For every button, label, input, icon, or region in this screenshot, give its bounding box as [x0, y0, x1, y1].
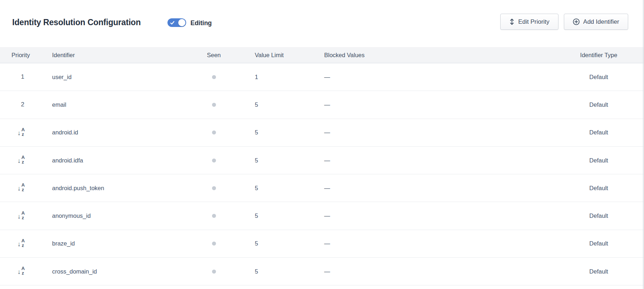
sort-alpha-icon: ↓ A z [18, 266, 28, 277]
toolbar: Edit Priority Add Identifier [500, 14, 628, 30]
seen-cell [201, 130, 226, 134]
priority-cell: 2 ↓ A z [0, 101, 45, 108]
toggle-knob [178, 19, 185, 26]
identifier-type-cell: Default [553, 129, 644, 136]
up-down-arrow-icon [509, 18, 515, 25]
editing-toggle-label: Editing [190, 19, 212, 27]
seen-dot-icon [212, 75, 216, 79]
value-limit-cell: 5 [226, 268, 320, 275]
value-limit-cell: 5 [226, 212, 320, 219]
table-row: ↓ A z anonymous_id 5 — Default [0, 202, 644, 230]
value-limit-cell: 5 [226, 129, 320, 136]
identifier-cell: user_id [45, 74, 201, 81]
blocked-values-cell: — [320, 129, 553, 136]
editing-toggle[interactable] [167, 18, 186, 27]
blocked-values-cell: — [320, 268, 553, 275]
priority-cell: ↓ A z [0, 238, 45, 249]
add-identifier-label: Add Identifier [583, 18, 619, 26]
column-header-blocked-values: Blocked Values [320, 52, 553, 59]
seen-cell [201, 242, 226, 246]
seen-dot-icon [212, 159, 216, 162]
priority-cell: ↓ A z [0, 183, 45, 193]
identifier-type-cell: Default [553, 74, 644, 81]
check-icon [170, 20, 175, 27]
sort-alpha-icon: ↓ A z [18, 127, 28, 138]
seen-dot-icon [212, 130, 216, 134]
table-row: ↓ A z cross_domain_id 5 — Default [0, 258, 644, 285]
identifier-type-cell: Default [553, 240, 644, 247]
column-header-seen: Seen [201, 52, 226, 59]
panel-right-border [643, 0, 644, 289]
add-identifier-button[interactable]: Add Identifier [564, 14, 628, 30]
priority-number: 2 [21, 101, 24, 108]
identifier-cell: cross_domain_id [45, 268, 201, 275]
identifier-type-cell: Default [553, 185, 644, 192]
sort-alpha-icon: ↓ A z [18, 155, 28, 166]
blocked-values-cell: — [320, 74, 553, 81]
value-limit-cell: 5 [226, 240, 320, 247]
sort-alpha-icon: ↓ A z [18, 238, 28, 249]
table-row: 1 ↓ A z user_id 1 — Default [0, 63, 644, 91]
table-row: ↓ A z android.push_token 5 — Default [0, 174, 644, 202]
seen-dot-icon [212, 270, 216, 274]
seen-dot-icon [212, 103, 216, 107]
seen-dot-icon [212, 214, 216, 218]
seen-dot-icon [212, 242, 216, 246]
seen-dot-icon [212, 186, 216, 190]
identifier-cell: android.push_token [45, 185, 201, 192]
value-limit-cell: 1 [226, 74, 320, 81]
identifier-cell: email [45, 101, 201, 108]
blocked-values-cell: — [320, 240, 553, 247]
blocked-values-cell: — [320, 157, 553, 164]
column-header-identifier-type: Identifier Type [553, 52, 644, 59]
identifier-type-cell: Default [553, 212, 644, 219]
table-row: 2 ↓ A z email 5 — Default [0, 91, 644, 119]
page-header: Identity Resolution Configuration Editin… [0, 0, 644, 47]
priority-number: 1 [21, 73, 24, 81]
priority-cell: ↓ A z [0, 211, 45, 221]
identifier-cell: android.id [45, 129, 201, 136]
edit-priority-button[interactable]: Edit Priority [500, 14, 558, 30]
table-body: 1 ↓ A z user_id 1 — Default 2 ↓ A z emai… [0, 63, 644, 285]
blocked-values-cell: — [320, 212, 553, 219]
identifier-cell: braze_id [45, 240, 201, 247]
priority-cell: 1 ↓ A z [0, 73, 45, 81]
column-header-identifier: Identifier [45, 52, 201, 59]
seen-cell [201, 270, 226, 274]
identifier-cell: anonymous_id [45, 212, 201, 219]
column-header-priority: Priority [0, 52, 45, 59]
seen-cell [201, 214, 226, 218]
priority-cell: ↓ A z [0, 266, 45, 277]
blocked-values-cell: — [320, 101, 553, 108]
circle-plus-icon [573, 18, 580, 25]
blocked-values-cell: — [320, 185, 553, 192]
sort-alpha-icon: ↓ A z [18, 183, 28, 193]
value-limit-cell: 5 [226, 185, 320, 192]
identifier-type-cell: Default [553, 101, 644, 108]
priority-cell: ↓ A z [0, 155, 45, 166]
seen-cell [201, 186, 226, 190]
seen-cell [201, 75, 226, 79]
page-title: Identity Resolution Configuration [12, 18, 141, 27]
priority-cell: ↓ A z [0, 127, 45, 138]
identifier-cell: android.idfa [45, 157, 201, 164]
identifier-type-cell: Default [553, 157, 644, 164]
column-header-value-limit: Value Limit [226, 52, 320, 59]
table-row: ↓ A z android.idfa 5 — Default [0, 147, 644, 174]
edit-priority-label: Edit Priority [518, 18, 549, 26]
table-header-row: Priority Identifier Seen Value Limit Blo… [0, 47, 644, 63]
sort-alpha-icon: ↓ A z [18, 211, 28, 221]
seen-cell [201, 159, 226, 162]
identifier-type-cell: Default [553, 268, 644, 275]
seen-cell [201, 103, 226, 107]
table-row: ↓ A z android.id 5 — Default [0, 119, 644, 147]
value-limit-cell: 5 [226, 101, 320, 108]
value-limit-cell: 5 [226, 157, 320, 164]
table-row: ↓ A z braze_id 5 — Default [0, 230, 644, 258]
